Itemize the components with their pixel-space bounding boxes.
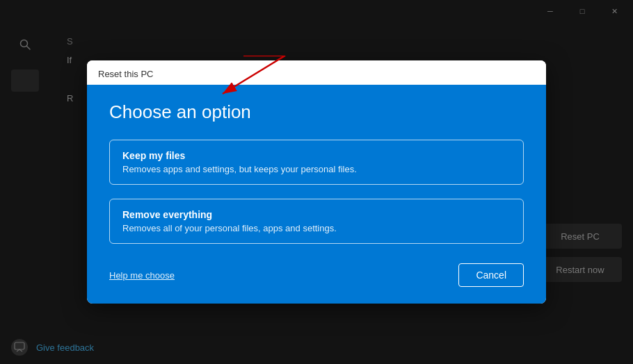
modal-overlay: Reset this PC Choose an option Keep my f…: [0, 0, 633, 364]
keep-files-desc: Removes apps and settings, but keeps you…: [122, 164, 511, 174]
reset-pc-modal: Reset this PC Choose an option Keep my f…: [87, 60, 546, 304]
modal-titlebar: Reset this PC: [87, 60, 546, 85]
keep-files-option[interactable]: Keep my files Removes apps and settings,…: [109, 140, 524, 185]
remove-everything-option[interactable]: Remove everything Removes all of your pe…: [109, 199, 524, 244]
modal-body: Choose an option Keep my files Removes a…: [87, 85, 546, 263]
modal-heading: Choose an option: [109, 101, 524, 123]
modal-title-text: Reset this PC: [98, 69, 153, 79]
remove-everything-desc: Removes all of your personal files, apps…: [122, 223, 511, 233]
help-me-choose-link[interactable]: Help me choose: [109, 270, 175, 281]
keep-files-title: Keep my files: [122, 150, 511, 161]
cancel-button[interactable]: Cancel: [458, 263, 524, 287]
remove-everything-title: Remove everything: [122, 209, 511, 220]
modal-footer: Help me choose Cancel: [87, 263, 546, 304]
